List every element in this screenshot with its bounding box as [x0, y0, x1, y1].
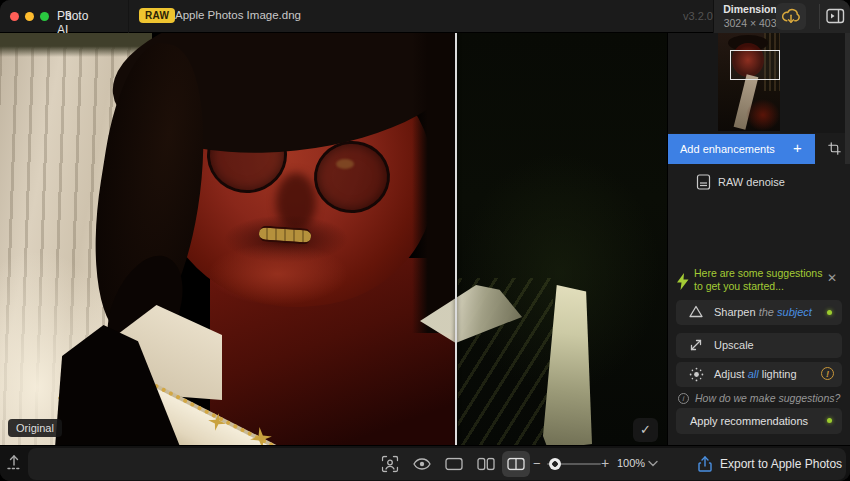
apply-recommendations-label: Apply recommendations: [690, 415, 808, 427]
import-icon: [6, 454, 22, 471]
face-detection-view-button[interactable]: [379, 453, 401, 475]
suggestion-sharpen-subject[interactable]: Sharpen the subject: [676, 300, 842, 325]
suggestions-intro-text: Here are some suggestions to get you sta…: [694, 267, 824, 293]
adjust-word: Adjust: [714, 368, 745, 380]
export-button-label: Export to Apple Photos: [720, 457, 842, 471]
close-window-button[interactable]: [10, 12, 19, 21]
lightning-bolt-icon: [677, 273, 689, 290]
photo-ai-window: Photo AI3 RAW Apple Photos Image.dng v3.…: [0, 0, 850, 481]
photo-hair-right: [412, 33, 457, 333]
info-circle-icon: i: [678, 393, 689, 404]
zoom-slider-knob[interactable]: [549, 458, 561, 470]
eye-icon: [413, 458, 431, 470]
sharpen-word: Sharpen: [714, 306, 756, 318]
import-image-button[interactable]: [6, 454, 26, 474]
app-build-version: v3.2.0: [683, 10, 713, 22]
titlebar: Photo AI3 RAW Apple Photos Image.dng v3.…: [0, 0, 850, 33]
share-export-icon: [698, 456, 712, 472]
split-view-icon: [507, 458, 525, 471]
zoom-in-button[interactable]: +: [601, 455, 609, 471]
suggestion-upscale[interactable]: Upscale: [676, 333, 842, 358]
suggestion-adjust-lighting[interactable]: Adjust all lighting !: [676, 362, 842, 387]
sharpen-target-link[interactable]: subject: [777, 306, 812, 318]
open-filename: Apple Photos Image.dng: [175, 9, 301, 21]
close-suggestions-icon[interactable]: ✕: [827, 271, 837, 285]
original-label-badge: Original: [8, 419, 62, 437]
app-title: Photo AI3: [57, 9, 72, 23]
sharpen-triangle-icon: [689, 305, 703, 318]
suggestion-upscale-label: Upscale: [714, 339, 754, 351]
chevron-down-icon[interactable]: [648, 460, 658, 467]
cloud-download-button[interactable]: [776, 3, 806, 30]
split-view-button-selected[interactable]: [502, 451, 530, 477]
how-suggestions-text: How do we make suggestions?: [695, 392, 840, 404]
add-enhancements-button[interactable]: Add enhancements +: [668, 134, 815, 164]
upscale-arrows-icon: [689, 338, 703, 352]
image-preview-canvas[interactable]: Original ✓: [0, 33, 667, 445]
single-view-button[interactable]: [443, 453, 465, 475]
cloud-download-icon: [781, 7, 801, 26]
single-view-icon: [445, 458, 463, 471]
titlebar-right-section: Dimensions 3024 × 4032: [713, 0, 850, 33]
navigator-area: [668, 33, 850, 133]
confirm-check-button[interactable]: ✓: [633, 418, 658, 442]
titlebar-divider: [128, 0, 129, 33]
navigator-thumbnail[interactable]: [718, 33, 780, 131]
compare-split-divider[interactable]: [455, 33, 457, 445]
status-dot-green: [827, 310, 832, 315]
add-enhancements-label: Add enhancements: [680, 143, 775, 155]
preview-toggle-button[interactable]: [411, 453, 433, 475]
plus-icon: +: [793, 139, 802, 156]
side-by-side-view-button[interactable]: [475, 453, 497, 475]
photo-right-eye-glint: [336, 159, 354, 169]
adjust-lighting-word: lighting: [762, 368, 797, 380]
zoom-level-value[interactable]: 100%: [617, 457, 645, 469]
photo-chin-highlight: [208, 243, 348, 305]
photo-star-embroidery: [250, 427, 272, 445]
panel-toggle-icon: [826, 8, 845, 24]
upscale-word: Upscale: [714, 339, 754, 351]
suggestion-adjust-label: Adjust all lighting: [714, 368, 797, 380]
adjust-all-link[interactable]: all: [748, 368, 759, 380]
face-detection-icon: [382, 456, 399, 473]
crop-icon: [828, 142, 841, 155]
raw-badge: RAW: [139, 8, 175, 23]
titlebar-section-divider: [819, 4, 820, 29]
minimize-window-button[interactable]: [25, 12, 34, 21]
photo-star-embroidery: [208, 413, 226, 431]
bottom-toolbar: − + 100% Export to Apple Photos: [0, 445, 850, 481]
apply-recommendations-button[interactable]: Apply recommendations: [676, 408, 842, 434]
crop-tool-button[interactable]: [815, 134, 850, 164]
status-dot-green: [827, 418, 832, 423]
toggle-right-panel-button[interactable]: [826, 8, 846, 25]
suggestion-sharpen-label: Sharpen the subject: [714, 306, 812, 318]
thumbnail-red-patch: [746, 99, 780, 131]
photo-wall-strip: [0, 33, 152, 57]
filter-raw-denoise[interactable]: RAW denoise: [668, 168, 845, 196]
adjust-info-icon[interactable]: !: [821, 367, 834, 380]
sharpen-article: the: [759, 306, 774, 318]
raw-denoise-icon: [696, 174, 711, 190]
zoom-out-button[interactable]: −: [533, 456, 541, 471]
adjust-lighting-icon: [689, 367, 704, 382]
raw-denoise-label: RAW denoise: [718, 176, 785, 188]
maximize-window-button[interactable]: [40, 12, 49, 21]
navigator-viewport-rect[interactable]: [730, 50, 780, 80]
right-sidebar: Add enhancements + RAW denoise Here are …: [668, 33, 850, 445]
side-by-side-icon: [477, 458, 495, 471]
